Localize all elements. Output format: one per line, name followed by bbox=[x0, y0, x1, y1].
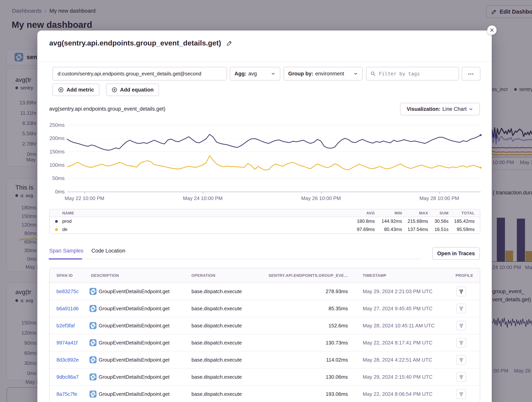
groupby-select[interactable]: Group by: environment bbox=[284, 67, 363, 80]
add-metric-button[interactable]: Add metric bbox=[52, 84, 99, 96]
chart-title: avg(sentry.api.endpoints.group_event_det… bbox=[49, 106, 165, 112]
profile-button[interactable] bbox=[456, 389, 466, 399]
python-icon bbox=[89, 288, 96, 295]
y-axis-labels: 250ms200ms150ms100ms50ms0ms bbox=[41, 118, 65, 198]
tick-label: 250ms bbox=[41, 118, 65, 132]
metric-details-modal: avg(sentry.api.endpoints.group_event_det… bbox=[37, 31, 492, 402]
span-id-link[interactable]: 9dbc86a7 bbox=[57, 369, 79, 385]
operation-cell: base.dispatch.execute bbox=[191, 334, 242, 351]
summary-table-body: prod180.8ms144.92ms215.68ms30.56s185.42m… bbox=[50, 217, 480, 234]
open-in-traces-button[interactable]: Open in Traces bbox=[432, 247, 480, 260]
header-divider bbox=[37, 62, 492, 62]
tab-span-samples[interactable]: Span Samples bbox=[49, 248, 83, 254]
x-axis-label: May 24 10:00 PM bbox=[172, 195, 234, 201]
table-row: b6a911d6 GroupEventDetailsEndpoint.get b… bbox=[50, 300, 480, 317]
search-icon bbox=[370, 71, 376, 76]
x-axis-line bbox=[67, 192, 481, 192]
description-cell: GroupEventDetailsEndpoint.get bbox=[99, 352, 170, 368]
metric-query-input[interactable] bbox=[57, 71, 222, 77]
chart-canvas bbox=[67, 125, 481, 192]
x-tick-mark bbox=[203, 192, 203, 194]
modal-title: avg(sentry.api.endpoints.group_event_det… bbox=[49, 39, 232, 47]
span-id-link[interactable]: b2ef3faf bbox=[57, 317, 75, 334]
python-icon bbox=[89, 322, 96, 329]
table-row: 8a75c7fe GroupEventDetailsEndpoint.get b… bbox=[50, 386, 480, 402]
sum-value: 16.51s bbox=[435, 225, 449, 234]
close-icon[interactable] bbox=[487, 25, 497, 35]
duration-cell: 278.93ms bbox=[326, 283, 348, 300]
pencil-icon[interactable] bbox=[227, 40, 232, 46]
add-equation-button[interactable]: Add equation bbox=[106, 84, 159, 96]
tick-label: 200ms bbox=[41, 132, 65, 145]
x-axis-label: May 26 10:00 PM bbox=[290, 195, 352, 201]
duration-cell: 152.6ms bbox=[329, 317, 348, 334]
summary-table: NAME AVG MIN MAX SUM TOTAL prod180.8ms14… bbox=[49, 209, 480, 234]
profile-button[interactable] bbox=[456, 338, 466, 347]
table-row: 9974a41f GroupEventDetailsEndpoint.get b… bbox=[50, 334, 480, 352]
chevron-down-icon bbox=[469, 107, 473, 111]
description-cell: GroupEventDetailsEndpoint.get bbox=[99, 334, 170, 351]
min-value: 144.92ms bbox=[382, 217, 402, 225]
series-name: de bbox=[62, 225, 68, 234]
tab-code-location[interactable]: Code Location bbox=[91, 248, 125, 254]
tick-label: 100ms bbox=[41, 158, 65, 172]
duration-cell: 193.06ms bbox=[326, 386, 348, 402]
tag-filter-field[interactable] bbox=[366, 67, 459, 80]
tick-label: 150ms bbox=[41, 145, 65, 158]
description-cell: GroupEventDetailsEndpoint.get bbox=[99, 386, 170, 402]
profile-button[interactable] bbox=[456, 304, 466, 313]
summary-row: de97.69ms80.43ms137.54ms16.51s95.59ms bbox=[50, 225, 480, 234]
table-row: be83275c GroupEventDetailsEndpoint.get b… bbox=[50, 283, 480, 300]
span-id-link[interactable]: b6a911d6 bbox=[57, 300, 79, 317]
series-dot bbox=[55, 220, 58, 223]
python-icon bbox=[89, 339, 96, 346]
profile-button[interactable] bbox=[456, 286, 466, 296]
x-tick-mark bbox=[321, 192, 322, 194]
profile-button[interactable] bbox=[456, 321, 466, 330]
timestamp-cell: May 22, 2024 8:17:41 PM UTC bbox=[363, 334, 432, 351]
table-row: 9dbc86a7 GroupEventDetailsEndpoint.get b… bbox=[50, 369, 480, 386]
chevron-down-icon bbox=[271, 71, 276, 76]
operation-cell: base.dispatch.execute bbox=[191, 386, 242, 402]
table-row: b2ef3faf GroupEventDetailsEndpoint.get b… bbox=[50, 317, 480, 334]
python-icon bbox=[89, 390, 96, 397]
more-options-button[interactable]: ⋯ bbox=[462, 67, 481, 80]
timestamp-cell: May 28, 2024 10:45:11 AM UTC bbox=[363, 317, 435, 334]
span-id-link[interactable]: 9974a41f bbox=[57, 334, 77, 351]
profile-button[interactable] bbox=[456, 355, 466, 365]
python-icon bbox=[89, 356, 96, 363]
duration-cell: 85.35ms bbox=[329, 300, 348, 317]
table-row: 8d3c892e GroupEventDetailsEndpoint.get b… bbox=[50, 352, 480, 369]
max-value: 215.68ms bbox=[408, 217, 428, 225]
python-icon bbox=[89, 305, 96, 312]
series-dot bbox=[55, 228, 58, 231]
total-value: 185.42ms bbox=[454, 217, 475, 225]
active-tab-underline bbox=[49, 258, 82, 260]
tag-filter-input[interactable] bbox=[379, 71, 455, 77]
span-samples-table: SPAN ID DESCRIPTION OPERATION SENTRY.API… bbox=[49, 268, 480, 402]
timestamp-cell: May 28, 2024 4:22:51 AM UTC bbox=[363, 352, 432, 368]
max-value: 137.54ms bbox=[408, 225, 428, 234]
aggregation-select[interactable]: Agg: avg bbox=[230, 67, 280, 80]
span-id-link[interactable]: be83275c bbox=[57, 283, 79, 300]
span-id-link[interactable]: 8d3c892e bbox=[57, 352, 79, 368]
series-name: prod bbox=[62, 217, 72, 225]
operation-cell: base.dispatch.execute bbox=[191, 369, 242, 385]
duration-cell: 130.06ms bbox=[326, 369, 348, 385]
sum-value: 30.56s bbox=[435, 217, 449, 225]
x-tick-mark bbox=[439, 192, 440, 194]
operation-cell: base.dispatch.execute bbox=[191, 283, 242, 300]
avg-value: 97.69ms bbox=[357, 225, 375, 234]
span-id-link[interactable]: 8a75c7fe bbox=[57, 386, 77, 402]
timestamp-cell: May 22, 2024 8:06:54 PM UTC bbox=[363, 386, 432, 402]
visualization-select[interactable]: Visualization: Line Chart bbox=[400, 103, 480, 115]
chevron-down-icon bbox=[353, 71, 358, 76]
profile-button[interactable] bbox=[456, 372, 466, 382]
samples-table-body: be83275c GroupEventDetailsEndpoint.get b… bbox=[50, 283, 480, 402]
plus-circle-icon bbox=[58, 87, 64, 93]
samples-table-header: SPAN ID DESCRIPTION OPERATION SENTRY.API… bbox=[50, 268, 480, 283]
timestamp-cell: May 29, 2024 2:21:03 PM UTC bbox=[363, 283, 432, 300]
metric-query-field[interactable] bbox=[52, 67, 227, 80]
timestamp-cell: May 29, 2024 2:15:40 PM UTC bbox=[363, 369, 432, 385]
summary-table-header: NAME AVG MIN MAX SUM TOTAL bbox=[50, 209, 480, 217]
